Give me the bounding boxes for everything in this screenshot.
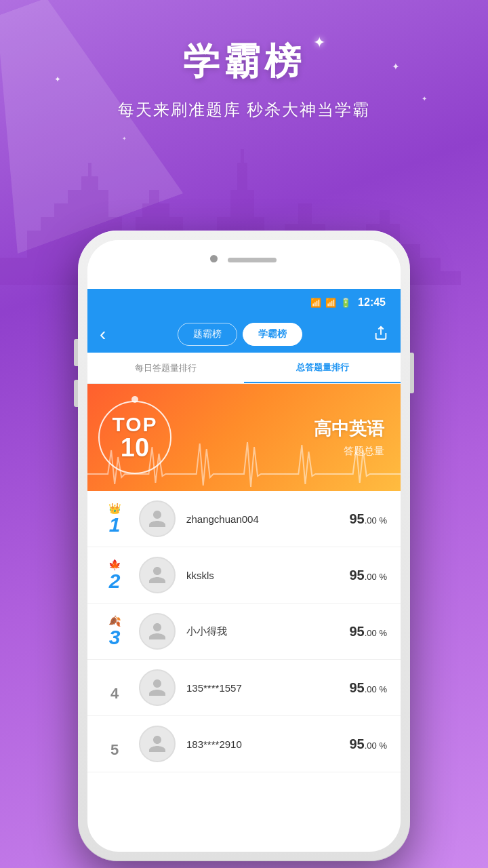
rank-item-1: 👑 1 zhangchuan004 95.00 % [87, 491, 401, 547]
subtitle: 每天来刷准题库 秒杀大神当学霸 [0, 99, 488, 121]
leaderboard: 👑 1 zhangchuan004 95.00 % 🍁 2 [87, 491, 401, 772]
title-star: ✦ [313, 34, 325, 52]
rank-5-score: 95.00 % [350, 736, 388, 752]
rank-2-score: 95.00 % [350, 568, 388, 583]
rank-2-name: kkskls [186, 570, 350, 581]
rank-item-5: 5 183****2910 95.00 % [87, 716, 401, 772]
rank-3-score: 95.00 % [350, 624, 388, 639]
battery-icon: 🔋 [340, 298, 351, 308]
sub-tab-total[interactable]: 总答题量排行 [244, 353, 401, 383]
banner-category: 高中英语 [314, 417, 384, 441]
nav-bar: ‹ 题霸榜 学霸榜 [87, 316, 401, 353]
status-bar: 📶 📶 🔋 12:45 [87, 289, 401, 316]
rank-2-number: 2 [109, 571, 121, 591]
sparkle-3: ✦ [122, 136, 127, 142]
top-label: TOP [112, 414, 157, 435]
rank-1-score: 95.00 % [350, 511, 388, 527]
rank-3-name: 小小得我 [186, 625, 350, 638]
banner: TOP 10 高中英语 答题总量 [87, 384, 401, 491]
rank-1-avatar [139, 500, 176, 537]
status-time: 12:45 [358, 296, 386, 309]
tab-study-master[interactable]: 学霸榜 [243, 323, 302, 346]
rank-item-4: 4 135****1557 95.00 % [87, 660, 401, 716]
rank-4-name: 135****1557 [186, 682, 350, 694]
rank-1-name: zhangchuan004 [186, 513, 350, 525]
sub-tabs: 每日答题量排行 总答题量排行 [87, 353, 401, 384]
banner-subcategory: 答题总量 [344, 445, 384, 458]
rank-4-score: 95.00 % [350, 680, 388, 696]
rank-4-number: 4 [110, 686, 119, 701]
rank-item-3: 🍂 3 小小得我 95.00 % [87, 604, 401, 660]
rank-1-number: 1 [109, 515, 121, 535]
share-button[interactable] [373, 326, 388, 344]
rank-4-avatar [139, 669, 176, 706]
rank-1-number-wrap: 👑 1 [101, 502, 128, 535]
rank-5-number: 5 [110, 743, 119, 757]
main-title: 学霸榜 [183, 41, 305, 81]
wifi-icon: 📶 [310, 298, 321, 308]
rank-5-name: 183****2910 [186, 738, 350, 750]
sub-tab-daily[interactable]: 每日答题量排行 [87, 353, 244, 383]
nav-tabs: 题霸榜 学霸榜 [113, 323, 367, 346]
rank-3-number: 3 [109, 627, 121, 648]
rank-3-number-wrap: 🍂 3 [101, 615, 128, 648]
rank-3-avatar [139, 613, 176, 650]
tab-question-master[interactable]: 题霸榜 [178, 323, 237, 346]
back-button[interactable]: ‹ [100, 325, 106, 344]
phone-camera [210, 255, 218, 262]
rank-4-number-wrap: 4 [101, 674, 128, 701]
banner-info: 高中英语 答题总量 [182, 384, 401, 491]
phone-mockup: 📶 📶 🔋 12:45 ‹ 题霸榜 学霸榜 [78, 231, 410, 861]
rank-2-avatar [139, 557, 176, 593]
rank-5-number-wrap: 5 [101, 730, 128, 757]
rank-5-avatar [139, 726, 176, 762]
phone-speaker [228, 258, 277, 262]
rank-2-number-wrap: 🍁 2 [101, 559, 128, 591]
signal-icon: 📶 [325, 298, 336, 308]
title-section: 学霸榜 ✦ 每天来刷准题库 秒杀大神当学霸 [0, 37, 488, 121]
top-number: 10 [121, 435, 149, 460]
rank-item-2: 🍁 2 kkskls 95.00 % [87, 547, 401, 604]
